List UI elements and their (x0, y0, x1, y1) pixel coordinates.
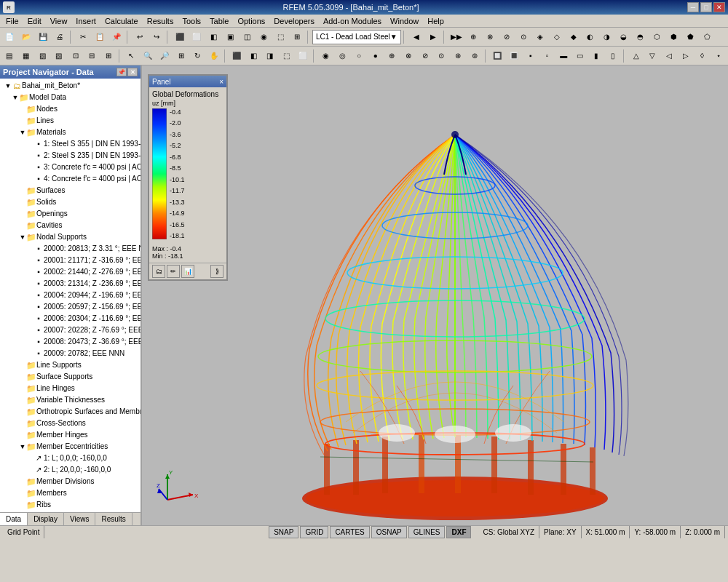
tree-mat-2[interactable]: ▪ 2: Steel S 235 | DIN EN 1993-1- (1, 150, 139, 162)
lc-dropdown[interactable]: LC1 - Dead Load Steel ▼ (312, 30, 401, 44)
tb-b4[interactable]: ▣ (222, 29, 238, 45)
tb2-x1[interactable]: △ (628, 48, 644, 64)
status-grid[interactable]: GRID (300, 526, 328, 538)
3d-viewport[interactable]: Panel × Global Deformations uz [mm] (142, 65, 728, 525)
tb-open[interactable]: 📂 (18, 29, 34, 45)
tb-b1[interactable]: ⬛ (172, 29, 188, 45)
tb-b2[interactable]: ⬜ (189, 29, 205, 45)
tree-solids[interactable]: 📁 Solids (1, 196, 139, 208)
tree-line-hinges[interactable]: 📁 Line Hinges (1, 383, 139, 394)
tb2-t6[interactable]: ▭ (572, 48, 588, 64)
menu-window[interactable]: Window (386, 15, 423, 27)
tb2-cursor[interactable]: ↖ (124, 48, 140, 64)
maximize-button[interactable]: □ (700, 2, 712, 12)
tb2-zoom-in[interactable]: 🔍 (140, 48, 156, 64)
tree-nodes[interactable]: 📁 Nodes (1, 103, 139, 115)
tb2-t4[interactable]: ▫ (539, 48, 555, 64)
tree-lines[interactable]: 📁 Lines (1, 115, 139, 127)
tb-b6[interactable]: ◉ (256, 29, 272, 45)
tb2-r9[interactable]: ⊛ (450, 48, 466, 64)
tb-new[interactable]: 📄 (1, 29, 17, 45)
panel-header[interactable]: Panel × (149, 76, 226, 87)
tb2-pan[interactable]: ✋ (206, 48, 222, 64)
tb2-rotate[interactable]: ↻ (189, 48, 205, 64)
tb-b8[interactable]: ⊞ (289, 29, 305, 45)
tb-b5[interactable]: ◫ (239, 29, 255, 45)
tree-var-thick[interactable]: 📁 Variable Thicknesses (1, 394, 139, 406)
menu-addon[interactable]: Add-on Modules (319, 15, 386, 27)
tree-ribs[interactable]: 📁 Ribs (1, 499, 139, 511)
tree-surf-sup[interactable]: 📁 Surface Supports (1, 371, 139, 383)
tb-g5[interactable]: ⊙ (515, 29, 531, 45)
tree-mat-1[interactable]: ▪ 1: Steel S 355 | DIN EN 1993-1- (1, 138, 139, 150)
tb-g16[interactable]: ⬠ (700, 29, 716, 45)
status-snap[interactable]: SNAP (269, 526, 298, 538)
tree-openings[interactable]: 📁 Openings (1, 208, 139, 220)
menu-calculate[interactable]: Calculate (100, 15, 143, 27)
tree-cavities[interactable]: 📁 Cavities (1, 220, 139, 231)
panel-tool-2[interactable]: ✏ (167, 265, 180, 278)
tree-ns-8[interactable]: ▪ 20008: 20473; Z -36.69 °; EEE Ni (1, 336, 139, 348)
tb-g11[interactable]: ◒ (616, 29, 632, 45)
tab-views[interactable]: Views (64, 513, 96, 525)
tb2-r7[interactable]: ⊘ (417, 48, 433, 64)
tb-undo[interactable]: ↩ (132, 29, 148, 45)
tree-members[interactable]: 📁 Members (1, 487, 139, 499)
tb2-view5[interactable]: ⬜ (295, 48, 311, 64)
tree-mem-div[interactable]: 📁 Member Divisions (1, 476, 139, 487)
tree-surfaces[interactable]: 📁 Surfaces (1, 185, 139, 196)
tb2-b3[interactable]: ▧ (34, 48, 50, 64)
tree-ns-6[interactable]: ▪ 20006: 20304; Z -116.69 °; EEE N (1, 313, 139, 324)
menu-table[interactable]: Table (205, 15, 233, 27)
status-cartes[interactable]: CARTES (330, 526, 369, 538)
tb2-r3[interactable]: ○ (351, 48, 367, 64)
tb2-r10[interactable]: ⊚ (467, 48, 483, 64)
status-osnap[interactable]: OSNAP (371, 526, 407, 538)
tb2-r2[interactable]: ◎ (335, 48, 351, 64)
tree-cross[interactable]: 📁 Cross-Sections (1, 418, 139, 429)
menu-view[interactable]: View (46, 15, 72, 27)
tb2-x5[interactable]: ◊ (695, 48, 711, 64)
tab-data[interactable]: Data (0, 513, 28, 525)
tb2-t3[interactable]: ▪ (523, 48, 539, 64)
navigator-pin[interactable]: 📌 (116, 68, 127, 76)
menu-developers[interactable]: Developers (269, 15, 319, 27)
tab-results[interactable]: Results (95, 513, 132, 525)
tb-g6[interactable]: ◈ (532, 29, 548, 45)
tb2-view2[interactable]: ◧ (245, 48, 261, 64)
tb2-x2[interactable]: ▽ (645, 48, 661, 64)
tree-model-data[interactable]: ▼ 📁 Model Data (1, 92, 139, 103)
menu-options[interactable]: Options (233, 15, 269, 27)
tree-ns-4[interactable]: ▪ 20004: 20944; Z -196.69 °; EEE N (1, 290, 139, 301)
status-dxf[interactable]: DXF (446, 526, 471, 538)
tb2-r5[interactable]: ⊕ (384, 48, 400, 64)
tb-arrow-right[interactable]: ▶ (425, 29, 441, 45)
tb-b3[interactable]: ◧ (205, 29, 221, 45)
tb2-zoom-out[interactable]: 🔎 (157, 48, 173, 64)
tb2-b5[interactable]: ⊡ (68, 48, 84, 64)
tb2-r1[interactable]: ◉ (318, 48, 334, 64)
tb-copy[interactable]: 📋 (92, 29, 108, 45)
window-controls[interactable]: ─ □ ✕ (687, 2, 725, 12)
tree-mem-hinges[interactable]: 📁 Member Hinges (1, 429, 139, 441)
tb2-view1[interactable]: ⬛ (229, 48, 245, 64)
panel-tool-1[interactable]: 🗂 (152, 265, 165, 278)
tb2-view4[interactable]: ⬚ (279, 48, 295, 64)
menu-insert[interactable]: Insert (71, 15, 100, 27)
tb2-r8[interactable]: ⊙ (434, 48, 450, 64)
tree-ns-3[interactable]: ▪ 20003: 21314; Z -236.69 °; EEE N (1, 278, 139, 290)
tb2-b2[interactable]: ▦ (18, 48, 34, 64)
tb-g9[interactable]: ◐ (582, 29, 598, 45)
menu-file[interactable]: File (1, 15, 23, 27)
tree-ns-0[interactable]: ▪ 20000: 20813; Z 3.31 °; EEE NNN (1, 243, 139, 255)
tb2-t2[interactable]: 🔳 (506, 48, 522, 64)
tb2-x6[interactable]: ⋆ (711, 48, 727, 64)
tb-g8[interactable]: ◆ (566, 29, 582, 45)
tree-mat-3[interactable]: ▪ 3: Concrete f'c = 4000 psi | ACI (1, 162, 139, 173)
tree-ecc-1[interactable]: ↗ 1: L; 0,0,0; -160,0,0 (1, 453, 139, 464)
navigator-close[interactable]: ✕ (127, 68, 138, 76)
tb-g2[interactable]: ⊕ (465, 29, 481, 45)
tb2-zoom-all[interactable]: ⊞ (173, 48, 189, 64)
tree-ns-9[interactable]: ▪ 20009: 20782; EEE NNN (1, 348, 139, 359)
tree-materials[interactable]: ▼ 📁 Materials (1, 127, 139, 138)
